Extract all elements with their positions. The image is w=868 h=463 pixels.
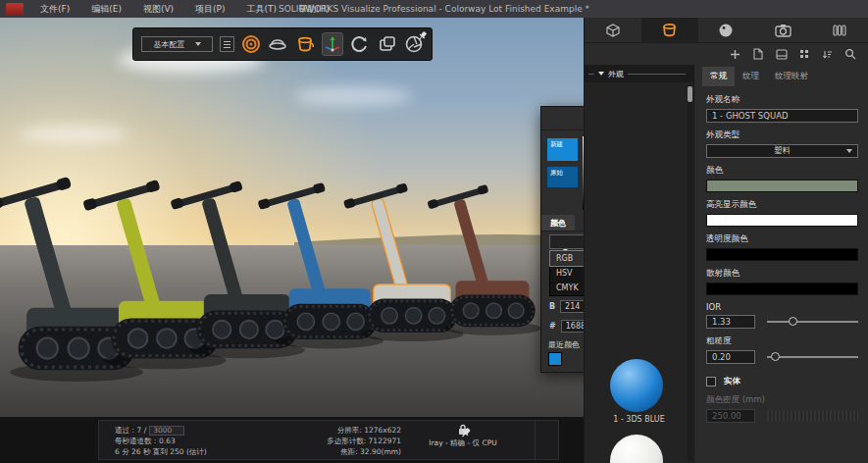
tab-appearances[interactable] [641, 18, 698, 42]
roughness-label: 粗糙度 [706, 335, 858, 347]
appearance-type-dropdown[interactable]: 塑料 [706, 144, 858, 158]
move-tool-icon[interactable] [322, 32, 343, 56]
rotate-tool-icon[interactable] [350, 32, 370, 56]
passes-limit-input[interactable]: 3000 [149, 426, 184, 436]
original-color-swatch[interactable]: 原始 [547, 167, 578, 187]
sort-icon[interactable] [822, 49, 833, 60]
appearance-tree-header[interactable]: 外观 [585, 65, 693, 82]
new-color-label: 新建 [550, 140, 563, 148]
configuration-label: 基本配置 [154, 39, 185, 50]
tab-cameras[interactable] [754, 18, 811, 42]
concentric-rings-icon[interactable] [241, 32, 261, 56]
app-logo-icon [6, 3, 24, 16]
color-label: 颜色 [706, 165, 858, 177]
grid-view-icon[interactable] [799, 49, 810, 60]
tab-models[interactable] [585, 18, 641, 42]
collapse-caret-icon [598, 72, 604, 76]
picker-tab-bar: 颜色 标本 [541, 215, 584, 232]
menu-file[interactable]: 文件(F) [29, 0, 80, 18]
color-density-label: 颜色密度 (mm) [706, 394, 858, 406]
right-panel: 外观 1 - 3DS BLUE color 常规 纹理 纹理映射 [584, 18, 868, 463]
appearance-item-sphere[interactable] [610, 435, 663, 463]
ior-input[interactable]: 1.33 [706, 315, 755, 329]
panel-action-bar [585, 43, 868, 65]
app-window: 文件(F) 编辑(E) 视图(V) 项目(P) 工具(T) 帮助(H) SOLI… [0, 0, 868, 463]
menu-project[interactable]: 项目(P) [184, 0, 235, 18]
solid-checkbox[interactable] [706, 377, 716, 386]
passes-per-second: 每秒通道数：0.63 [115, 436, 262, 446]
highlight-color-swatch[interactable] [706, 214, 858, 227]
panel-tab-bar [585, 18, 868, 43]
option-rgb[interactable]: RGB [550, 251, 584, 266]
color-density-input: 250.00 [706, 409, 755, 423]
roughness-slider-thumb[interactable] [771, 352, 780, 361]
transparency-color-swatch[interactable] [706, 248, 858, 261]
new-color-swatch[interactable]: 新建 [547, 138, 578, 161]
tab-texture-mapping[interactable]: 纹理映射 [767, 67, 816, 86]
color-density-slider [767, 409, 858, 423]
color-mode-dropdown[interactable]: RGB [549, 234, 584, 249]
resolution: 分辨率: 1276x622 [285, 425, 401, 436]
add-icon[interactable] [730, 49, 740, 60]
render-status-box: 通过：7 / 3000 每秒通道数：0.63 6 分 26 秒 直到 250 (… [98, 420, 559, 460]
appearance-item-label: 1 - 3DS BLUE [585, 415, 693, 424]
import-icon[interactable] [752, 48, 764, 60]
appearance-type-value: 塑料 [774, 145, 791, 157]
paint-bucket-icon[interactable] [295, 32, 315, 56]
chevron-down-icon [846, 149, 852, 153]
appearance-properties: 常规 纹理 纹理映射 外观名称 1 - GHOST SQUAD 外观类型 塑料 … [694, 65, 868, 463]
appearance-palette: 外观 1 - 3DS BLUE color [585, 65, 694, 463]
palette-scrollbar[interactable] [688, 84, 692, 461]
ior-slider-thumb[interactable] [789, 317, 797, 326]
render-viewport[interactable]: 基本配置 [0, 18, 584, 417]
blue-channel-input[interactable]: 214 [560, 300, 584, 313]
recent-color-swatch[interactable] [548, 352, 562, 366]
menu-view[interactable]: 视图(V) [132, 0, 184, 18]
tab-swatches[interactable]: 标本 [575, 215, 584, 231]
option-hsv[interactable]: HSV [550, 266, 584, 281]
status-divider [535, 421, 536, 459]
viewport-toolbar: 基本配置 [132, 27, 433, 61]
polygon-count: 多边形计数: 7122971 [285, 436, 401, 446]
color-swatch[interactable] [706, 180, 858, 192]
roughness-input[interactable]: 0.20 [706, 350, 755, 364]
vehicles-scene [0, 18, 584, 417]
hex-input[interactable]: 1688D6 [561, 320, 584, 333]
configuration-dropdown[interactable]: 基本配置 [141, 36, 213, 52]
scatter-color-swatch[interactable] [706, 283, 858, 295]
pin-icon[interactable] [418, 30, 429, 41]
option-cmyk[interactable]: CMYK [550, 281, 584, 295]
tab-texture[interactable]: 纹理 [735, 67, 767, 86]
focal-length: 焦距: 32.90(mm) [285, 446, 401, 457]
appearance-name-label: 外观名称 [706, 94, 858, 106]
card-view-icon[interactable] [776, 49, 788, 60]
tab-environments[interactable] [698, 18, 755, 42]
color-picker-dialog: 拾色器 ✕ 新建 原始 [540, 106, 584, 373]
menu-edit[interactable]: 编辑(E) [80, 0, 132, 18]
tree-header-label: 外观 [608, 69, 624, 79]
ior-label: IOR [706, 302, 858, 312]
saturation-value-field[interactable] [583, 136, 584, 210]
appearance-item-sphere[interactable] [610, 359, 663, 412]
recent-colors-label: 最近颜色 [548, 339, 580, 350]
roughness-slider[interactable] [767, 350, 858, 364]
search-icon[interactable] [844, 48, 856, 60]
passes-label: 通过：7 / [115, 425, 146, 436]
ior-slider[interactable] [767, 315, 858, 329]
pin-icon[interactable] [460, 427, 472, 438]
turntable-icon[interactable] [268, 32, 287, 56]
appearance-name-input[interactable]: 1 - GHOST SQUAD [706, 109, 858, 123]
original-color-label: 原始 [550, 169, 563, 177]
chevron-down-icon [195, 42, 201, 46]
tab-scenes[interactable] [811, 18, 868, 42]
properties-tab-bar: 常规 纹理 纹理映射 [702, 67, 858, 86]
hex-label: # [549, 322, 556, 331]
configuration-list-button[interactable] [220, 36, 234, 52]
new-camera-icon[interactable] [377, 32, 396, 56]
render-eta: 6 分 26 秒 直到 250 (估计) [115, 446, 262, 457]
transparency-color-label: 透明度颜色 [706, 233, 858, 245]
tab-color[interactable]: 颜色 [541, 215, 575, 231]
tab-general[interactable]: 常规 [702, 67, 735, 86]
scatter-color-label: 散射颜色 [706, 268, 858, 280]
menu-bar: 文件(F) 编辑(E) 视图(V) 项目(P) 工具(T) 帮助(H) SOLI… [0, 0, 868, 18]
